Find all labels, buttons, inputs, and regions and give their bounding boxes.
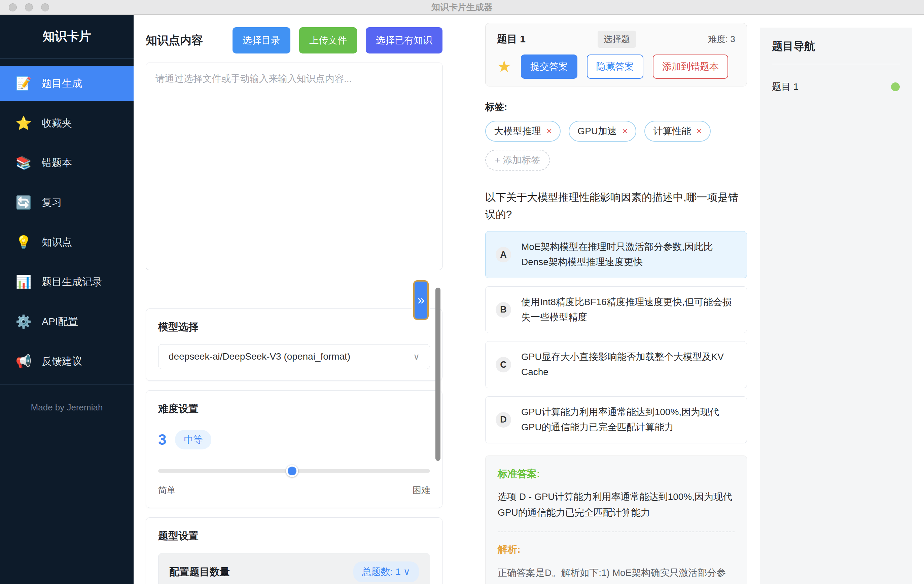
question-text: 以下关于大模型推理性能影响因素的描述中,哪一项是错误的?: [485, 189, 741, 223]
select-existing-knowledge-button[interactable]: 选择已有知识: [366, 27, 442, 53]
option-d[interactable]: D GPU计算能力利用率通常能达到100%,因为现代GPU的通信能力已完全匹配计…: [485, 396, 747, 444]
difficulty-min-label: 简单: [158, 484, 176, 496]
tag-compute-performance: 计算性能 ×: [644, 121, 710, 142]
option-text: MoE架构模型在推理时只激活部分参数,因此比Dense架构模型推理速度更快: [521, 239, 737, 270]
close-window-button[interactable]: [9, 3, 17, 12]
difficulty-level-badge: 中等: [175, 430, 211, 449]
chevron-down-icon: ∨: [413, 351, 420, 362]
tag-text: 大模型推理: [494, 125, 541, 138]
option-b[interactable]: B 使用Int8精度比BF16精度推理速度更快,但可能会损失一些模型精度: [485, 286, 747, 333]
sidebar-item-label: 反馈建议: [42, 355, 82, 368]
question-header-card: 题目 1 选择题 难度: 3 ★ 提交答案 隐藏答案 添加到错题本: [485, 23, 747, 86]
refresh-icon: 🔄: [15, 195, 31, 210]
difficulty-card: 难度设置 3 中等 简单 困难: [146, 390, 442, 508]
gear-icon: ⚙️: [15, 314, 31, 329]
sidebar-item-label: 收藏夹: [42, 116, 72, 130]
option-text: GPU计算能力利用率通常能达到100%,因为现代GPU的通信能力已完全匹配计算能…: [521, 405, 737, 435]
knowledge-panel: 知识点内容 选择目录 上传文件 选择已有知识 模型选择 deepseek-ai/…: [134, 15, 456, 584]
question-nav-panel: 题目导航 题目 1: [760, 28, 912, 584]
analysis-text: 正确答案是D。解析如下:1) MoE架构确实只激活部分参数（如DeepSeek …: [498, 564, 734, 584]
favorite-star-icon[interactable]: ★: [497, 59, 512, 75]
question-type-card: 题型设置 配置题目数量 总题数: 1 ∨ 选择题: 1 - + 填空题: 0 -…: [146, 517, 442, 584]
tag-llm-inference: 大模型推理 ×: [485, 121, 561, 142]
configure-count-title: 配置题目数量: [169, 565, 230, 579]
option-text: GPU显存大小直接影响能否加载整个大模型及KV Cache: [521, 350, 737, 380]
question-difficulty: 难度: 3: [708, 33, 735, 45]
answer-analysis-divider: [498, 531, 734, 532]
bulb-icon: 💡: [15, 235, 31, 250]
question-type-title: 题型设置: [158, 529, 430, 543]
sidebar-item-favorites[interactable]: ⭐ 收藏夹: [0, 106, 134, 140]
sidebar-nav: 📝 题目生成 ⭐ 收藏夹 📚 错题本 🔄 复习 💡 知识点 📊 题目生成记录 ⚙…: [0, 66, 134, 379]
model-select-title: 模型选择: [158, 320, 430, 334]
bar-chart-icon: 📊: [15, 274, 31, 289]
sidebar-item-api-config[interactable]: ⚙️ API配置: [0, 304, 134, 339]
remove-tag-icon[interactable]: ×: [696, 126, 701, 137]
answered-status-dot: [891, 82, 900, 91]
answer-card: 标准答案: 选项 D - GPU计算能力利用率通常能达到100%,因为现代GPU…: [485, 455, 747, 584]
hide-answer-button[interactable]: 隐藏答案: [587, 54, 644, 79]
sidebar-item-generation-history[interactable]: 📊 题目生成记录: [0, 264, 134, 299]
window-title: 知识卡片生成器: [431, 2, 493, 13]
total-count-dropdown[interactable]: 总题数: 1 ∨: [353, 561, 419, 582]
sidebar-item-wrong-book[interactable]: 📚 错题本: [0, 145, 134, 180]
add-tag-button[interactable]: + 添加标签: [485, 150, 550, 171]
sidebar-item-label: 知识点: [42, 236, 72, 249]
model-select-dropdown[interactable]: deepseek-ai/DeepSeek-V3 (openai_format) …: [158, 344, 430, 369]
option-letter: B: [496, 302, 511, 318]
knowledge-panel-title: 知识点内容: [146, 33, 203, 48]
upload-file-button[interactable]: 上传文件: [299, 27, 357, 53]
difficulty-slider[interactable]: [158, 465, 430, 477]
traffic-lights: [9, 3, 49, 12]
collapse-panel-button[interactable]: »: [413, 280, 429, 320]
option-letter: C: [496, 357, 511, 373]
knowledge-content-input[interactable]: [146, 63, 442, 270]
question-title: 题目 1: [497, 32, 526, 46]
sidebar-item-knowledge-points[interactable]: 💡 知识点: [0, 225, 134, 260]
sidebar-item-label: 题目生成: [42, 77, 82, 91]
add-to-wrongbook-button[interactable]: 添加到错题本: [653, 54, 728, 79]
nav-item-question-1[interactable]: 题目 1: [772, 81, 900, 93]
app-logo: 知识卡片: [0, 15, 134, 59]
difficulty-slider-thumb[interactable]: [286, 465, 298, 477]
made-by-credit: Made by Jeremiah: [0, 384, 134, 413]
sidebar: 知识卡片 📝 题目生成 ⭐ 收藏夹 📚 错题本 🔄 复习 💡 知识点 📊 题目生…: [0, 15, 134, 584]
standard-answer-label: 标准答案:: [498, 467, 734, 481]
megaphone-icon: 📢: [15, 354, 31, 369]
tag-gpu-acceleration: GPU加速 ×: [569, 121, 636, 142]
sidebar-item-label: 复习: [42, 196, 62, 210]
question-type-badge: 选择题: [597, 31, 636, 48]
sidebar-item-label: 错题本: [42, 156, 72, 170]
star-icon: ⭐: [15, 116, 31, 130]
analysis-label: 解析:: [498, 543, 734, 556]
question-nav-column: 题目导航 题目 1: [760, 15, 912, 584]
question-nav-title: 题目导航: [772, 39, 900, 54]
model-select-card: 模型选择 deepseek-ai/DeepSeek-V3 (openai_for…: [146, 308, 442, 381]
option-text: 使用Int8精度比BF16精度推理速度更快,但可能会损失一些模型精度: [521, 295, 737, 325]
select-directory-button[interactable]: 选择目录: [233, 27, 290, 53]
minimize-window-button[interactable]: [25, 3, 33, 12]
sidebar-item-question-generation[interactable]: 📝 题目生成: [0, 66, 134, 101]
tags-label: 标签:: [485, 101, 747, 113]
model-selected-value: deepseek-ai/DeepSeek-V3 (openai_format): [168, 351, 350, 362]
option-c[interactable]: C GPU显存大小直接影响能否加载整个大模型及KV Cache: [485, 341, 747, 388]
zoom-window-button[interactable]: [41, 3, 49, 12]
sidebar-item-review[interactable]: 🔄 复习: [0, 185, 134, 220]
panel-scrollbar-thumb[interactable]: [436, 288, 441, 461]
sidebar-item-label: 题目生成记录: [42, 275, 102, 289]
remove-tag-icon[interactable]: ×: [546, 126, 552, 137]
tag-text: GPU加速: [578, 125, 617, 138]
difficulty-max-label: 困难: [412, 484, 430, 496]
standard-answer-text: 选项 D - GPU计算能力利用率通常能达到100%,因为现代GPU的通信能力已…: [498, 489, 734, 521]
sidebar-item-feedback[interactable]: 📢 反馈建议: [0, 344, 134, 379]
books-icon: 📚: [15, 155, 31, 170]
window-titlebar: 知识卡片生成器: [0, 0, 924, 15]
option-letter: A: [496, 247, 511, 262]
difficulty-title: 难度设置: [158, 402, 430, 416]
option-a[interactable]: A MoE架构模型在推理时只激活部分参数,因此比Dense架构模型推理速度更快: [485, 231, 747, 278]
submit-answer-button[interactable]: 提交答案: [521, 54, 578, 79]
question-panel: 题目 1 选择题 难度: 3 ★ 提交答案 隐藏答案 添加到错题本 标签: 大模…: [456, 15, 760, 584]
remove-tag-icon[interactable]: ×: [622, 126, 627, 137]
sidebar-item-label: API配置: [42, 315, 78, 329]
tag-text: 计算性能: [653, 125, 691, 138]
